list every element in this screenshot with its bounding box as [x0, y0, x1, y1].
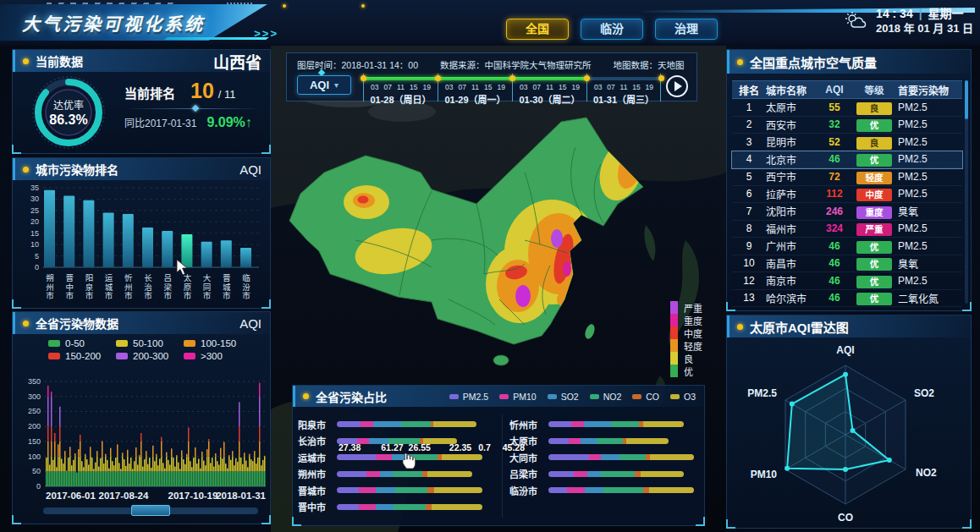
bullet-icon: [23, 58, 29, 64]
table-row-沈阳市[interactable]: 7沈阳市246重度臭氧: [732, 203, 962, 221]
timeline-day-01-29（周一）[interactable]: 030711151901-29（周一）: [438, 74, 512, 101]
stacked-bar[interactable]: [337, 487, 482, 493]
bar-label: 吕梁市: [162, 274, 172, 301]
share-row-晋中市[interactable]: 晋中市: [298, 499, 496, 516]
table-row-西宁市[interactable]: 5西宁市72轻度PM2.5: [732, 168, 962, 186]
table-row-北京市[interactable]: 4北京市46优PM2.5: [732, 151, 962, 169]
legend-item-NO2[interactable]: NO2: [590, 392, 622, 402]
bar-吕梁市[interactable]: [162, 231, 173, 267]
table-row-福州市[interactable]: 8福州市324严重PM2.5: [732, 221, 962, 239]
legend-item-150-200[interactable]: 150-200: [48, 351, 116, 361]
legend-item-0-50[interactable]: 0-50: [48, 338, 116, 348]
scrollbar-thumb[interactable]: [965, 80, 968, 119]
timeline-marker[interactable]: [584, 75, 590, 81]
bar-晋中市[interactable]: [63, 195, 74, 267]
radar-point-PM2.5[interactable]: [790, 402, 795, 407]
radar-point-PM10[interactable]: [785, 466, 790, 471]
play-button[interactable]: [666, 75, 688, 97]
bar-阳泉市[interactable]: [83, 200, 94, 267]
rank-value: 10: [190, 80, 214, 101]
share-row-太原市[interactable]: 太原市: [509, 433, 701, 450]
level-badge: 优: [856, 276, 892, 288]
bar-太原市[interactable]: [181, 234, 192, 267]
playback-timeline[interactable]: 030711151901-28（周日）030711151901-29（周一）03…: [363, 74, 661, 101]
legend-item-PM2.5[interactable]: PM2.5: [449, 392, 488, 402]
svg-text:5: 5: [35, 252, 39, 261]
bar-朔州市[interactable]: [44, 190, 55, 267]
table-row-太原市[interactable]: 1太原市55良PM2.5: [732, 99, 962, 117]
share-row-临汾市[interactable]: 临汾市: [509, 482, 701, 499]
legend-item-200-300[interactable]: 200-300: [116, 351, 184, 361]
table-row-拉萨市[interactable]: 6拉萨市112中度PM2.5: [732, 186, 962, 204]
date-range-slider[interactable]: [43, 507, 258, 514]
share-row-朔州市[interactable]: 朔州市: [298, 466, 496, 483]
radar-point-NO2[interactable]: [887, 458, 892, 463]
stacked-bar[interactable]: [548, 438, 669, 444]
clock-separator: |: [919, 7, 922, 20]
radar-point-CO[interactable]: [843, 467, 848, 472]
share-row-忻州市[interactable]: 忻州市: [509, 416, 701, 433]
stacked-bar[interactable]: [337, 471, 472, 477]
timeline-day-01-30（周二）[interactable]: 030711151901-30（周二）: [512, 74, 586, 101]
share-row-阳泉市[interactable]: 阳泉市: [298, 416, 496, 433]
stacked-bar[interactable]: [548, 471, 684, 477]
legend-item->300[interactable]: >300: [184, 351, 251, 361]
share-row-吕梁市[interactable]: 吕梁市: [509, 466, 701, 483]
city-cell: 拉萨市: [766, 187, 818, 201]
bar-大同市[interactable]: [201, 242, 212, 267]
timeline-marker[interactable]: [509, 75, 515, 81]
tab-治理[interactable]: 治理: [655, 19, 718, 40]
stacked-bar[interactable]: [548, 454, 694, 460]
stacked-bar[interactable]: [337, 504, 482, 510]
aqi-cell: 46: [818, 257, 851, 269]
legend-swatch: [670, 314, 678, 326]
bar-临汾市[interactable]: [240, 248, 251, 267]
timeline-day-01-28（周日）[interactable]: 030711151901-28（周日）: [363, 74, 438, 101]
pollutant-cell: PM2.5: [898, 153, 962, 165]
legend-item-PM10[interactable]: PM10: [499, 392, 536, 402]
share-row-晋城市[interactable]: 晋城市: [298, 482, 496, 499]
stacked-bar[interactable]: [548, 421, 684, 427]
legend-item-SO2[interactable]: SO2: [548, 392, 579, 402]
map-legend-重度: 重度: [670, 314, 729, 326]
aqi-cell: 46: [818, 240, 851, 252]
legend-item-CO[interactable]: CO: [632, 392, 659, 402]
table-row-西安市[interactable]: 2西安市32优PM2.5: [732, 117, 962, 134]
segment-O3: [641, 471, 684, 477]
stacked-bar[interactable]: [337, 421, 476, 427]
timeline-marker[interactable]: [435, 75, 441, 81]
timeline-marker[interactable]: [658, 75, 664, 81]
table-row-昆明市[interactable]: 3昆明市52良PM2.5: [732, 134, 962, 151]
tab-临汾[interactable]: 临汾: [581, 19, 643, 40]
bar-运城市[interactable]: [103, 213, 114, 267]
table-row-广州市[interactable]: 9广州市46优PM2.5: [732, 238, 962, 255]
bar-长治市[interactable]: [142, 228, 153, 267]
radar-point-SO2[interactable]: [851, 428, 856, 433]
day-label: 01-31（周三）: [587, 92, 660, 106]
stacked-bar[interactable]: [548, 487, 694, 493]
share-row-大同市[interactable]: 大同市: [509, 449, 701, 466]
segment-PM2.5: [337, 504, 359, 510]
bar-晋城市[interactable]: [221, 240, 232, 267]
segment-SO2: [601, 454, 619, 460]
table-row-哈尔滨市[interactable]: 13哈尔滨市46优二氧化氮: [732, 290, 962, 308]
table-scrollbar[interactable]: [965, 80, 968, 304]
yoy-label: 同比2017-01-31: [124, 115, 196, 129]
timeline-day-01-31（周三）[interactable]: 030711151901-31（周三）: [586, 74, 661, 101]
radar-point-AQI[interactable]: [843, 372, 848, 377]
bar-忻州市[interactable]: [123, 214, 134, 267]
segment-SO2: [376, 504, 394, 510]
timeline-marker[interactable]: [361, 75, 366, 81]
table-row-南昌市[interactable]: 10南昌市46优臭氧: [732, 255, 962, 273]
tab-全国[interactable]: 全国: [506, 19, 569, 40]
metric-dropdown[interactable]: AQI ▾: [297, 75, 351, 95]
stacked-bar[interactable]: [337, 454, 482, 460]
table-row-南京市[interactable]: 12南京市46优PM2.5: [732, 272, 962, 290]
legend-item-100-150[interactable]: 100-150: [184, 338, 251, 348]
legend-item-O3[interactable]: O3: [670, 392, 696, 402]
legend-swatch: [670, 301, 678, 314]
slider-thumb[interactable]: [131, 505, 170, 516]
segment-SO2: [585, 487, 603, 493]
legend-item-50-100[interactable]: 50-100: [116, 338, 184, 348]
segment-PM10: [366, 471, 380, 477]
